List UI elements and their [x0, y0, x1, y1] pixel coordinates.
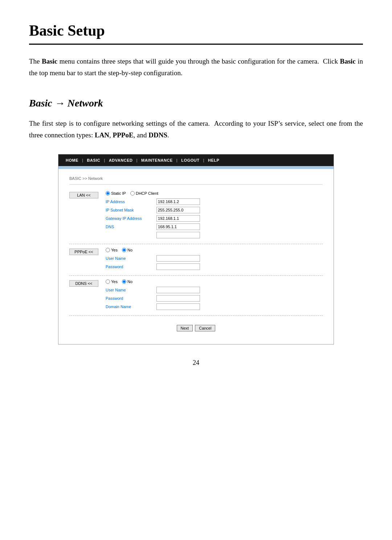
nav-logout[interactable]: LOGOUT [180, 157, 201, 163]
gateway-label: Gateway IP Address [106, 216, 156, 221]
pppoe-password-row: Password [106, 263, 323, 270]
ddns-username-row: User Name [106, 287, 323, 293]
lan-section: LAN << Static IP DHCP Client [69, 191, 323, 240]
pppoe-fields: Yes No User Name Password [106, 248, 323, 272]
ddns-domain-label: Domain Name [106, 305, 156, 309]
ddns-radio-row: Yes No [106, 279, 323, 284]
nav-sep-3: | [136, 158, 138, 162]
ddns-no-radio[interactable] [122, 279, 126, 284]
ddns-no-option[interactable]: No [122, 279, 132, 284]
nav-sep-1: | [82, 158, 83, 162]
dns-row: DNS [106, 223, 323, 230]
ip-subnet-row: IP Subnet Mask [106, 207, 323, 213]
nav-sep-5: | [203, 158, 204, 162]
lan-dhcp-radio[interactable] [130, 191, 135, 196]
nav-sep-2: | [104, 158, 105, 162]
divider-3 [69, 315, 323, 316]
ddns-domain-input[interactable] [156, 303, 200, 310]
pppoe-no-radio[interactable] [122, 248, 126, 252]
nav-bar: HOME | BASIC | ADVANCED | MAINTENANCE | … [58, 154, 334, 166]
pppoe-yes-label: Yes [111, 248, 118, 252]
ddns-yes-option[interactable]: Yes [106, 279, 118, 284]
dns-input[interactable] [156, 223, 200, 230]
lan-fields: Static IP DHCP Client IP Address [106, 191, 323, 240]
page-number: 24 [29, 359, 363, 367]
gateway-input[interactable] [156, 215, 200, 222]
nav-home[interactable]: HOME [64, 157, 80, 163]
pppoe-username-row: User Name [106, 255, 323, 262]
nav-maintenance[interactable]: MAINTENANCE [140, 157, 174, 163]
section-desc: The first step is to configure networkin… [29, 118, 363, 141]
pppoe-username-input[interactable] [156, 255, 200, 262]
ddns-yes-radio[interactable] [106, 279, 110, 284]
ddns-no-label: No [127, 279, 132, 284]
pppoe-radio-row: Yes No [106, 248, 323, 252]
ddns-fields: Yes No User Name Password [106, 279, 323, 312]
browser-frame: HOME | BASIC | ADVANCED | MAINTENANCE | … [58, 154, 334, 344]
nav-advanced[interactable]: ADVANCED [107, 157, 134, 163]
pppoe-username-label: User Name [106, 256, 156, 261]
breadcrumb: BASIC >> Network [69, 176, 323, 185]
lan-static-ip-radio[interactable] [106, 191, 110, 196]
pppoe-password-input[interactable] [156, 263, 200, 270]
lan-dhcp-option[interactable]: DHCP Client [130, 191, 158, 196]
page-title: Basic Setup [29, 22, 363, 45]
ddns-yes-label: Yes [111, 279, 118, 284]
lan-radio-row: Static IP DHCP Client [106, 191, 323, 196]
lan-dhcp-label: DHCP Client [136, 191, 158, 196]
ddns-password-label: Password [106, 296, 156, 301]
blue-bar [58, 166, 334, 169]
button-row: Next Cancel [69, 319, 323, 333]
ddns-username-label: User Name [106, 288, 156, 292]
pppoe-section: PPPoE << Yes No [69, 248, 323, 272]
pppoe-row: PPPoE << Yes No [69, 248, 323, 272]
section-title: Basic → Network [29, 97, 363, 109]
dns2-input[interactable] [156, 232, 200, 238]
ddns-row: DDNS << Yes No [69, 279, 323, 312]
dns-label: DNS [106, 225, 156, 229]
ip-subnet-label: IP Subnet Mask [106, 208, 156, 212]
ip-address-row: IP Address [106, 198, 323, 205]
ddns-username-input[interactable] [156, 287, 200, 293]
pppoe-password-label: Password [106, 265, 156, 269]
ddns-label[interactable]: DDNS << [69, 280, 98, 287]
ip-address-input[interactable] [156, 198, 200, 205]
pppoe-yes-radio[interactable] [106, 248, 110, 252]
ip-subnet-input[interactable] [156, 207, 200, 213]
pppoe-no-option[interactable]: No [122, 248, 132, 252]
ddns-password-input[interactable] [156, 295, 200, 302]
ddns-section: DDNS << Yes No [69, 279, 323, 312]
ddns-password-row: Password [106, 295, 323, 302]
divider-2 [69, 275, 323, 276]
nav-basic[interactable]: BASIC [86, 157, 102, 163]
divider-1 [69, 244, 323, 244]
lan-static-ip-label: Static IP [111, 191, 126, 196]
content-area: BASIC >> Network LAN << Static IP DHCP C… [58, 169, 334, 344]
nav-sep-4: | [176, 158, 178, 162]
gateway-row: Gateway IP Address [106, 215, 323, 222]
next-button[interactable]: Next [177, 325, 193, 331]
lan-label[interactable]: LAN << [69, 192, 98, 198]
lan-row: LAN << Static IP DHCP Client [69, 191, 323, 240]
dns2-row [106, 232, 323, 238]
pppoe-no-label: No [127, 248, 132, 252]
intro-text: The Basic menu contains three steps that… [29, 56, 363, 79]
lan-static-ip-option[interactable]: Static IP [106, 191, 126, 196]
ddns-domain-row: Domain Name [106, 303, 323, 310]
cancel-button[interactable]: Cancel [195, 325, 215, 331]
pppoe-yes-option[interactable]: Yes [106, 248, 118, 252]
pppoe-label[interactable]: PPPoE << [69, 249, 98, 255]
nav-help[interactable]: HELP [207, 157, 221, 163]
ip-address-label: IP Address [106, 200, 156, 204]
